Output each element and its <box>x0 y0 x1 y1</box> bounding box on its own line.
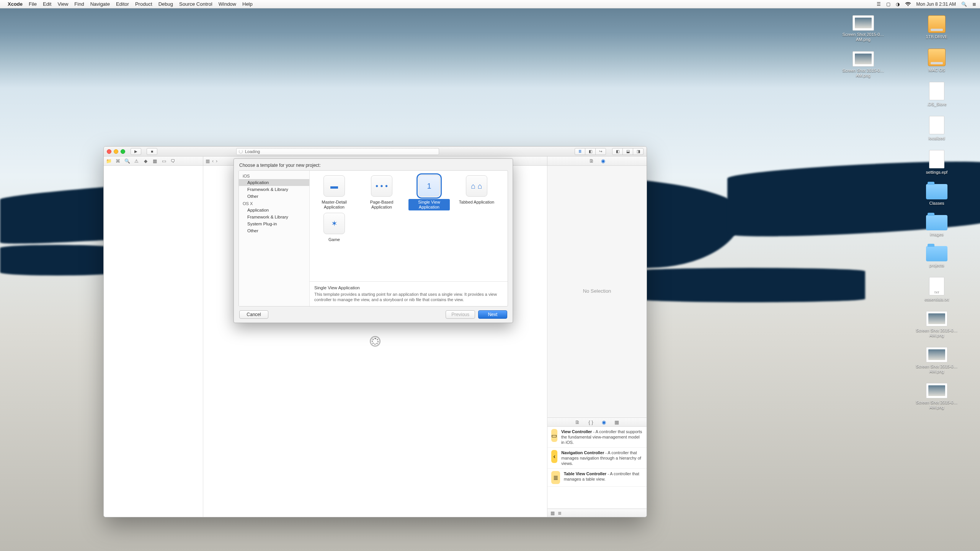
template-description-title: Single View Application <box>314 285 503 290</box>
library-item-icon: ‹ <box>551 450 557 463</box>
object-library-icon[interactable]: ◉ <box>602 419 606 425</box>
traffic-light-zoom[interactable] <box>121 149 125 154</box>
template-grid[interactable]: ▬Master-Detail Application• • •Page-Base… <box>310 171 508 281</box>
menubar-item[interactable]: Debug <box>158 1 173 7</box>
library-item[interactable]: ≣Table View Controller - A controller th… <box>547 469 647 487</box>
stop-button[interactable]: ■ <box>147 148 157 155</box>
spotlight-icon[interactable]: 🔍 <box>961 2 967 7</box>
desktop-icon[interactable]: .DS_Store <box>900 82 973 107</box>
debug-navigator-icon[interactable]: ▦ <box>152 158 157 164</box>
navigator-pane[interactable] <box>104 166 203 517</box>
menubar-item[interactable]: Help <box>242 1 253 7</box>
report-navigator-icon[interactable]: 🗨 <box>170 158 176 164</box>
sidebar-item[interactable]: Application <box>239 179 309 186</box>
template-item[interactable]: 1Single View Application <box>408 175 450 210</box>
dropbox-icon[interactable]: ◑ <box>896 2 900 7</box>
menubar-item[interactable]: File <box>29 1 37 7</box>
file-template-library-icon[interactable]: 🗎 <box>575 419 580 425</box>
menubar-item[interactable]: Find <box>74 1 84 7</box>
navigator-tabs[interactable]: 📁 ⌘ 🔍 ⚠ ◆ ▦ ▭ 🗨 <box>104 156 203 165</box>
symbol-navigator-icon[interactable]: ⌘ <box>115 158 121 164</box>
template-item[interactable]: ⌂ ⌂Tabbed Application <box>456 175 497 210</box>
sidebar-section-header: iOS <box>239 172 309 179</box>
template-label: Game <box>327 236 341 243</box>
menubar-item[interactable]: Editor <box>116 1 129 7</box>
desktop-icon[interactable]: TXTessentials.txt <box>900 277 973 302</box>
object-library-list[interactable]: ▭View Controller - A controller that sup… <box>547 427 647 509</box>
template-item[interactable]: ▬Master-Detail Application <box>314 175 355 210</box>
file-inspector-icon[interactable]: 🗎 <box>589 158 594 164</box>
wifi-icon[interactable] <box>905 2 911 7</box>
template-icon: ▬ <box>323 175 345 197</box>
desktop-icon[interactable]: Screen Shot 2015-0…AM.png <box>900 347 973 374</box>
traffic-light-minimize[interactable] <box>114 149 118 154</box>
template-item[interactable]: ✶Game <box>314 213 355 243</box>
template-item[interactable]: • • •Page-Based Application <box>361 175 402 210</box>
menubar-item[interactable]: Edit <box>43 1 51 7</box>
menubar-clock[interactable]: Mon Jun 8 2:31 AM <box>916 2 956 7</box>
desktop-icon[interactable]: localized <box>900 116 973 141</box>
display-icon[interactable]: ▢ <box>886 2 890 7</box>
quick-help-icon[interactable]: ◉ <box>601 158 605 164</box>
sidebar-item[interactable]: Framework & Library <box>239 186 309 193</box>
desktop-icon[interactable]: 1TB DRIVE <box>900 15 973 39</box>
forward-button-icon[interactable]: › <box>216 158 217 164</box>
menubar-item[interactable]: Product <box>135 1 152 7</box>
library-footer: ▦ ≣ <box>547 509 647 517</box>
desktop-icon[interactable]: Screen Shot 2015-0…AM.png <box>900 383 973 410</box>
traffic-light-close[interactable] <box>107 149 111 154</box>
desktop-icon[interactable]: projects <box>900 246 973 268</box>
code-snippet-library-icon[interactable]: { } <box>588 419 593 425</box>
desktop-icon[interactable]: Screen Shot 2015-0…AM.png <box>827 51 900 78</box>
media-library-icon[interactable]: ▦ <box>614 419 619 425</box>
previous-button[interactable]: Previous <box>446 310 475 319</box>
desktop-icon[interactable]: settings.epf <box>900 150 973 175</box>
desktop-icon[interactable]: MAC OS <box>900 49 973 73</box>
menubar-item[interactable]: Navigate <box>90 1 110 7</box>
find-navigator-icon[interactable]: 🔍 <box>124 158 130 164</box>
menubar-item[interactable]: Source Control <box>179 1 212 7</box>
sidebar-item[interactable]: Application <box>239 207 309 214</box>
desktop-icon[interactable]: Screen Shot 2015-0…AM.png <box>900 311 973 338</box>
editor-mode-segmented[interactable]: ≣◧↪ <box>572 148 606 155</box>
cancel-button[interactable]: Cancel <box>239 310 268 319</box>
grid-view-icon[interactable]: ▦ <box>550 510 555 516</box>
desktop-icon[interactable]: images <box>900 215 973 237</box>
menubar-app-name[interactable]: Xcode <box>8 1 23 7</box>
inspector-tabs[interactable]: 🗎 ◉ <box>547 156 647 165</box>
window-titlebar[interactable]: ▶ ■ Loading ≣◧↪ ◧⬓◨ <box>104 147 647 156</box>
inspector-empty-state: No Selection <box>547 166 647 417</box>
template-category-sidebar[interactable]: iOSApplicationFramework & LibraryOtherOS… <box>239 171 310 306</box>
template-label: Single View Application <box>408 199 450 210</box>
new-project-sheet: Choose a template for your new project: … <box>234 158 513 323</box>
next-button[interactable]: Next <box>478 310 507 319</box>
notification-center-icon[interactable]: ☰ <box>877 2 881 7</box>
library-item-icon: ▭ <box>551 429 557 442</box>
menu-extras-icon[interactable]: ≣ <box>972 2 976 7</box>
related-items-icon[interactable]: ▦ <box>206 158 210 164</box>
test-navigator-icon[interactable]: ◆ <box>143 158 148 164</box>
folder-icon <box>926 184 947 199</box>
sidebar-item[interactable]: Other <box>239 227 309 234</box>
library-item[interactable]: ‹Navigation Controller - A controller th… <box>547 448 647 469</box>
list-view-icon[interactable]: ≣ <box>558 510 562 516</box>
desktop-icon[interactable]: Screen Shot 2015-0…AM.png <box>827 15 900 42</box>
breakpoint-navigator-icon[interactable]: ▭ <box>161 158 167 164</box>
desktop-icon-label: Screen Shot 2015-0…AM.png <box>840 68 886 78</box>
library-item[interactable]: ▭View Controller - A controller that sup… <box>547 427 647 448</box>
menubar-item[interactable]: View <box>57 1 68 7</box>
sidebar-item[interactable]: Framework & Library <box>239 214 309 220</box>
sidebar-item[interactable]: System Plug-in <box>239 220 309 227</box>
menubar-item[interactable]: Window <box>219 1 236 7</box>
library-tabs[interactable]: 🗎 { } ◉ ▦ <box>547 417 647 427</box>
desktop-icon[interactable]: Classes <box>900 184 973 206</box>
run-button[interactable]: ▶ <box>131 148 141 155</box>
back-button-icon[interactable]: ‹ <box>212 158 214 164</box>
panel-visibility-segmented[interactable]: ◧⬓◨ <box>609 148 644 155</box>
project-navigator-icon[interactable]: 📁 <box>106 158 111 164</box>
issue-navigator-icon[interactable]: ⚠ <box>134 158 139 164</box>
sidebar-item[interactable]: Other <box>239 193 309 200</box>
macos-menubar: Xcode FileEditViewFindNavigateEditorProd… <box>0 0 980 8</box>
thumb-icon <box>926 383 947 398</box>
thumb-icon <box>853 15 874 31</box>
